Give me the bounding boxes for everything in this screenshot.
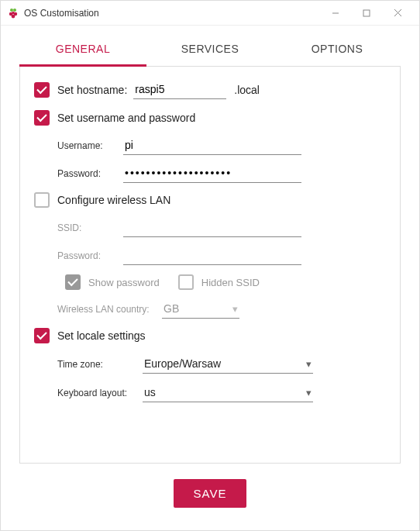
chevron-down-icon: ▾: [232, 303, 238, 315]
ssid-label: SSID:: [57, 222, 123, 233]
footer: SAVE: [1, 464, 419, 508]
wifi-country-value: GB: [164, 302, 232, 315]
locale-row: Set locale settings: [34, 328, 386, 343]
hostname-input[interactable]: [133, 81, 226, 99]
hostname-suffix: .local: [234, 84, 260, 96]
locale-checkbox[interactable]: [34, 328, 50, 343]
username-label: Username:: [57, 140, 123, 151]
hostname-label: Set hostname:: [57, 84, 127, 96]
hidden-ssid-label: Hidden SSID: [201, 277, 260, 288]
wifi-password-input: [123, 247, 301, 265]
general-panel: Set hostname: .local Set username and pa…: [19, 67, 401, 464]
wifi-options-row: Show password Hidden SSID: [65, 274, 386, 290]
hidden-ssid-checkbox: [178, 274, 194, 290]
keyboard-select[interactable]: us ▾: [143, 383, 313, 402]
titlebar: OS Customisation: [1, 1, 419, 26]
svg-point-4: [12, 14, 15, 18]
keyboard-value: us: [144, 386, 306, 398]
raspberry-pi-logo-icon: [7, 7, 19, 19]
ssid-row: SSID:: [57, 219, 386, 237]
keyboard-label: Keyboard layout:: [57, 388, 143, 398]
wifi-password-label: Password:: [57, 250, 123, 261]
close-button[interactable]: [382, 2, 413, 24]
keyboard-row: Keyboard layout: us ▾: [57, 383, 386, 402]
tab-services[interactable]: SERVICES: [146, 35, 274, 66]
hostname-checkbox[interactable]: [34, 82, 50, 98]
tab-options[interactable]: OPTIONS: [274, 35, 401, 66]
tab-general[interactable]: GENERAL: [19, 35, 146, 67]
chevron-down-icon: ▾: [306, 387, 312, 398]
wifi-password-row: Password:: [57, 247, 386, 265]
show-password-checkbox: [65, 274, 81, 290]
svg-rect-7: [363, 10, 370, 16]
svg-point-0: [10, 9, 13, 12]
locale-label: Set locale settings: [57, 329, 146, 342]
wifi-checkbox[interactable]: [34, 192, 50, 208]
timezone-row: Time zone: Europe/Warsaw ▾: [57, 354, 386, 374]
save-button[interactable]: SAVE: [174, 479, 247, 508]
timezone-value: Europe/Warsaw: [144, 357, 306, 370]
username-row: Username:: [57, 136, 386, 155]
credentials-label: Set username and password: [57, 112, 195, 124]
show-password-label: Show password: [88, 277, 160, 288]
wifi-country-row: Wireless LAN country: GB ▾: [57, 299, 386, 319]
wifi-label: Configure wireless LAN: [57, 194, 170, 206]
tabs: GENERAL SERVICES OPTIONS: [19, 35, 401, 67]
credentials-row: Set username and password: [34, 110, 386, 126]
minimize-button[interactable]: [320, 2, 351, 24]
ssid-input: [123, 219, 301, 237]
wifi-country-select: GB ▾: [162, 299, 239, 319]
hostname-row: Set hostname: .local: [34, 81, 386, 99]
credentials-checkbox[interactable]: [34, 110, 50, 126]
username-input[interactable]: [123, 136, 301, 155]
chevron-down-icon: ▾: [306, 358, 312, 370]
window-title: OS Customisation: [24, 8, 99, 19]
password-input[interactable]: [123, 164, 301, 183]
maximize-button[interactable]: [351, 2, 382, 24]
password-row: Password:: [57, 164, 386, 183]
svg-point-1: [13, 9, 16, 12]
timezone-select[interactable]: Europe/Warsaw ▾: [143, 354, 313, 374]
wifi-row: Configure wireless LAN: [34, 192, 386, 208]
wifi-country-label: Wireless LAN country:: [57, 304, 162, 315]
timezone-label: Time zone:: [57, 359, 143, 370]
password-label: Password:: [57, 168, 123, 179]
svg-point-5: [12, 11, 15, 14]
